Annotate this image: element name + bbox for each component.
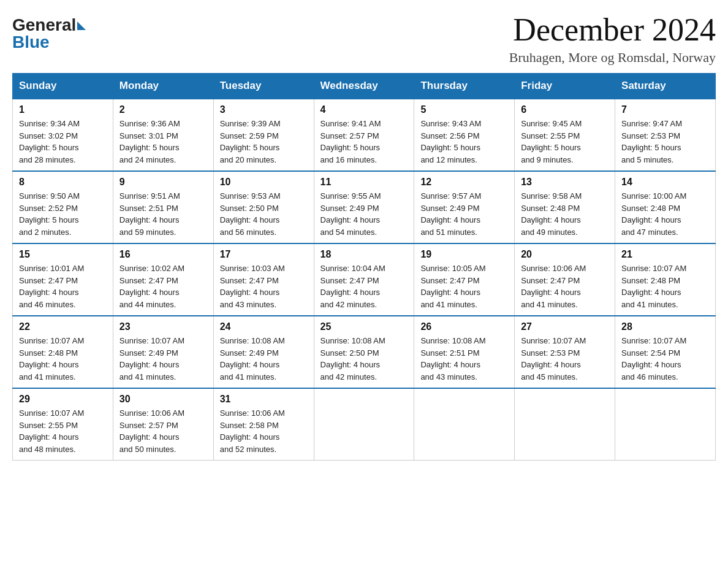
calendar-cell: 16 Sunrise: 10:02 AMSunset: 2:47 PMDayli… [113,243,213,316]
calendar-cell: 30 Sunrise: 10:06 AMSunset: 2:57 PMDayli… [113,388,213,461]
day-number: 22 [19,321,107,332]
logo-blue-text: Blue [12,33,86,52]
day-of-week-sunday: Sunday [13,74,113,99]
day-detail: Sunrise: 9:55 AMSunset: 2:49 PMDaylight:… [320,191,381,237]
day-number: 26 [420,321,508,332]
calendar-cell: 29 Sunrise: 10:07 AMSunset: 2:55 PMDayli… [13,388,113,461]
day-number: 21 [621,249,709,260]
calendar-cell: 14 Sunrise: 10:00 AMSunset: 2:48 PMDayli… [615,171,716,243]
day-detail: Sunrise: 10:03 AMSunset: 2:47 PMDaylight… [220,264,285,309]
day-number: 11 [320,177,408,188]
day-number: 15 [19,249,107,260]
day-detail: Sunrise: 10:06 AMSunset: 2:58 PMDaylight… [220,408,285,454]
calendar-cell: 7 Sunrise: 9:47 AMSunset: 2:53 PMDayligh… [615,99,716,171]
day-number: 1 [19,104,107,115]
calendar-cell: 28 Sunrise: 10:07 AMSunset: 2:54 PMDayli… [615,316,716,388]
day-number: 10 [220,177,308,188]
calendar-cell: 19 Sunrise: 10:05 AMSunset: 2:47 PMDayli… [414,243,515,316]
calendar-cell: 21 Sunrise: 10:07 AMSunset: 2:48 PMDayli… [615,243,716,316]
week-row-3: 15 Sunrise: 10:01 AMSunset: 2:47 PMDayli… [13,243,716,316]
day-detail: Sunrise: 10:06 AMSunset: 2:57 PMDaylight… [119,408,184,454]
calendar-cell [615,388,716,461]
day-of-week-monday: Monday [113,74,213,99]
day-number: 18 [320,249,408,260]
calendar-cell: 17 Sunrise: 10:03 AMSunset: 2:47 PMDayli… [213,243,314,316]
calendar-cell: 20 Sunrise: 10:06 AMSunset: 2:47 PMDayli… [515,243,615,316]
day-detail: Sunrise: 9:47 AMSunset: 2:53 PMDaylight:… [621,119,682,164]
day-number: 16 [119,249,207,260]
week-row-4: 22 Sunrise: 10:07 AMSunset: 2:48 PMDayli… [13,316,716,388]
day-detail: Sunrise: 9:53 AMSunset: 2:50 PMDaylight:… [220,191,281,237]
day-number: 20 [521,249,609,260]
day-number: 29 [19,394,107,405]
day-detail: Sunrise: 10:07 AMSunset: 2:55 PMDaylight… [19,408,84,454]
day-detail: Sunrise: 10:02 AMSunset: 2:47 PMDaylight… [119,264,184,309]
day-number: 2 [119,104,207,115]
day-detail: Sunrise: 9:51 AMSunset: 2:51 PMDaylight:… [119,191,180,237]
day-detail: Sunrise: 10:07 AMSunset: 2:54 PMDaylight… [621,336,686,381]
week-row-5: 29 Sunrise: 10:07 AMSunset: 2:55 PMDayli… [13,388,716,461]
day-detail: Sunrise: 9:43 AMSunset: 2:56 PMDaylight:… [420,119,481,164]
day-number: 4 [320,104,408,115]
day-detail: Sunrise: 10:07 AMSunset: 2:53 PMDaylight… [521,336,586,381]
day-detail: Sunrise: 10:07 AMSunset: 2:49 PMDaylight… [119,336,184,381]
calendar-cell: 10 Sunrise: 9:53 AMSunset: 2:50 PMDaylig… [213,171,314,243]
calendar-cell: 13 Sunrise: 9:58 AMSunset: 2:48 PMDaylig… [515,171,615,243]
month-title: December 2024 [509,12,716,47]
day-number: 12 [420,177,508,188]
day-detail: Sunrise: 10:00 AMSunset: 2:48 PMDaylight… [621,191,686,237]
calendar-cell: 8 Sunrise: 9:50 AMSunset: 2:52 PMDayligh… [13,171,113,243]
logo: General Blue [12,12,86,52]
calendar-cell: 2 Sunrise: 9:36 AMSunset: 3:01 PMDayligh… [113,99,213,171]
day-number: 25 [320,321,408,332]
day-detail: Sunrise: 9:57 AMSunset: 2:49 PMDaylight:… [420,191,481,237]
calendar-cell: 9 Sunrise: 9:51 AMSunset: 2:51 PMDayligh… [113,171,213,243]
day-number: 24 [220,321,308,332]
calendar-cell: 31 Sunrise: 10:06 AMSunset: 2:58 PMDayli… [213,388,314,461]
calendar-cell: 25 Sunrise: 10:08 AMSunset: 2:50 PMDayli… [314,316,414,388]
day-detail: Sunrise: 9:36 AMSunset: 3:01 PMDaylight:… [119,119,180,164]
logo-arrow-icon [77,21,86,30]
calendar-cell: 27 Sunrise: 10:07 AMSunset: 2:53 PMDayli… [515,316,615,388]
day-number: 31 [220,394,308,405]
logo-general-text: General [12,15,76,34]
day-of-week-wednesday: Wednesday [314,74,414,99]
day-detail: Sunrise: 9:50 AMSunset: 2:52 PMDaylight:… [19,191,80,237]
day-number: 30 [119,394,207,405]
calendar-cell: 3 Sunrise: 9:39 AMSunset: 2:59 PMDayligh… [213,99,314,171]
day-number: 3 [220,104,308,115]
calendar-cell: 6 Sunrise: 9:45 AMSunset: 2:55 PMDayligh… [515,99,615,171]
day-detail: Sunrise: 10:04 AMSunset: 2:47 PMDaylight… [320,264,385,309]
calendar-cell: 26 Sunrise: 10:08 AMSunset: 2:51 PMDayli… [414,316,515,388]
day-detail: Sunrise: 10:08 AMSunset: 2:51 PMDaylight… [420,336,485,381]
day-of-week-saturday: Saturday [615,74,716,99]
day-detail: Sunrise: 9:41 AMSunset: 2:57 PMDaylight:… [320,119,381,164]
calendar-cell: 22 Sunrise: 10:07 AMSunset: 2:48 PMDayli… [13,316,113,388]
day-number: 23 [119,321,207,332]
day-number: 28 [621,321,709,332]
day-detail: Sunrise: 9:34 AMSunset: 3:02 PMDaylight:… [19,119,80,164]
calendar-table: SundayMondayTuesdayWednesdayThursdayFrid… [12,73,716,461]
calendar-cell: 24 Sunrise: 10:08 AMSunset: 2:49 PMDayli… [213,316,314,388]
day-number: 9 [119,177,207,188]
calendar-cell: 12 Sunrise: 9:57 AMSunset: 2:49 PMDaylig… [414,171,515,243]
day-of-week-thursday: Thursday [414,74,515,99]
calendar-cell: 5 Sunrise: 9:43 AMSunset: 2:56 PMDayligh… [414,99,515,171]
day-detail: Sunrise: 10:08 AMSunset: 2:49 PMDaylight… [220,336,285,381]
calendar-cell: 15 Sunrise: 10:01 AMSunset: 2:47 PMDayli… [13,243,113,316]
day-number: 27 [521,321,609,332]
calendar-cell [314,388,414,461]
calendar-body: 1 Sunrise: 9:34 AMSunset: 3:02 PMDayligh… [13,99,716,461]
title-block: December 2024 Bruhagen, More og Romsdal,… [509,12,716,66]
day-detail: Sunrise: 10:01 AMSunset: 2:47 PMDaylight… [19,264,84,309]
day-of-week-friday: Friday [515,74,615,99]
calendar-cell [515,388,615,461]
week-row-2: 8 Sunrise: 9:50 AMSunset: 2:52 PMDayligh… [13,171,716,243]
day-detail: Sunrise: 9:45 AMSunset: 2:55 PMDaylight:… [521,119,582,164]
day-number: 8 [19,177,107,188]
calendar-cell: 4 Sunrise: 9:41 AMSunset: 2:57 PMDayligh… [314,99,414,171]
day-number: 5 [420,104,508,115]
day-detail: Sunrise: 10:07 AMSunset: 2:48 PMDaylight… [621,264,686,309]
day-detail: Sunrise: 9:39 AMSunset: 2:59 PMDaylight:… [220,119,281,164]
day-number: 17 [220,249,308,260]
